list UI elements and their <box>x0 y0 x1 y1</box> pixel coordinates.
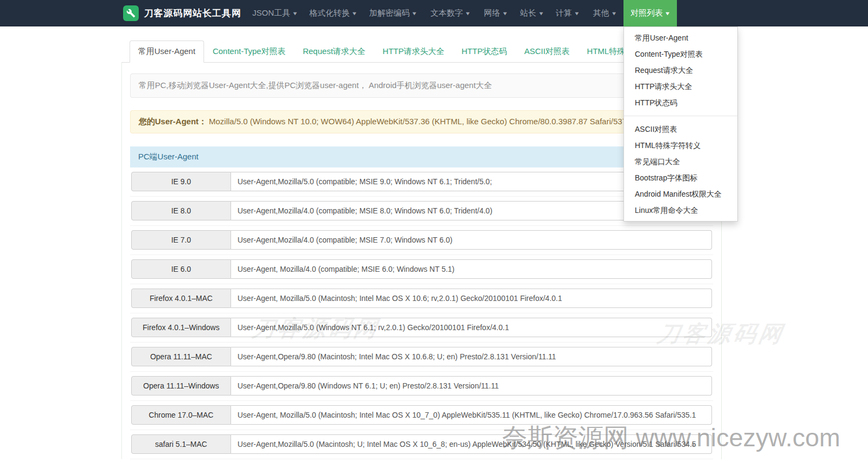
nav-item[interactable]: 文本数字 ▼ <box>424 0 477 26</box>
nav-item-label: JSON工具 <box>253 8 290 18</box>
table-row: Opera 11.11–Windows <box>130 372 713 401</box>
input-group: IE 7.0 <box>131 230 712 250</box>
table-row: Firefox 4.0.1–MAC <box>130 284 713 313</box>
input-group: Chrome 17.0–MAC <box>131 405 712 425</box>
input-group: safari 5.1–MAC <box>131 434 712 454</box>
table-row: Chrome 17.0–MAC <box>130 401 713 430</box>
table-row: IE 6.0 <box>130 255 713 284</box>
chevron-down-icon: ▼ <box>351 11 358 16</box>
dropdown-item[interactable]: Bootstrap字体图标 <box>624 170 737 186</box>
browser-name-label: IE 8.0 <box>131 201 231 220</box>
brand-title: 刀客源码网站长工具网 <box>144 7 241 19</box>
tab[interactable]: Request请求大全 <box>294 41 374 63</box>
user-agent-input[interactable] <box>231 347 712 366</box>
nav-item-label: 对照列表 <box>630 8 663 18</box>
nav-item[interactable]: 对照列表 ▼ <box>623 0 677 26</box>
user-agent-input[interactable] <box>231 230 712 250</box>
chevron-down-icon: ▼ <box>464 11 471 16</box>
nav-item[interactable]: 网络 ▼ <box>477 0 514 26</box>
browser-name-label: Firefox 4.0.1–MAC <box>131 289 231 308</box>
browser-name-label: IE 9.0 <box>131 172 231 191</box>
nav-item-label: 文本数字 <box>431 8 463 18</box>
input-group: Firefox 4.0.1–MAC <box>131 289 712 308</box>
user-agent-input[interactable] <box>231 289 712 308</box>
alert-label: 您的User-Agent： <box>139 117 207 126</box>
user-agent-input[interactable] <box>231 259 712 279</box>
input-group: Opera 11.11–Windows <box>131 376 712 396</box>
chevron-down-icon: ▼ <box>573 11 580 16</box>
dropdown-item[interactable]: Request请求大全 <box>624 62 737 78</box>
wrench-icon <box>123 5 139 21</box>
input-group: Opera 11.11–MAC <box>131 347 712 366</box>
table-row: safari 5.1–MAC <box>130 430 713 459</box>
nav-item-label: 格式化转换 <box>309 8 350 18</box>
browser-name-label: IE 7.0 <box>131 230 231 250</box>
browser-name-label: Firefox 4.0.1–Windows <box>131 318 231 337</box>
nav-item[interactable]: 站长 ▼ <box>514 0 549 26</box>
chevron-down-icon: ▼ <box>291 11 298 16</box>
dropdown-item[interactable]: Content-Type对照表 <box>624 46 737 62</box>
user-agent-input[interactable] <box>231 434 712 454</box>
nav-item-label: 加解密编码 <box>369 8 410 18</box>
alert-value: Mozilla/5.0 (Windows NT 10.0; WOW64) App… <box>209 117 658 126</box>
nav-menu: JSON工具 ▼ 格式化转换 ▼ 加解密编码 ▼ 文本数字 ▼ 网络 ▼ <box>246 0 677 26</box>
user-agent-input[interactable] <box>231 405 712 425</box>
chevron-down-icon: ▼ <box>538 11 544 16</box>
table-row: Firefox 4.0.1–Windows <box>130 313 713 343</box>
nav-item-label: 站长 <box>520 8 537 18</box>
tab[interactable]: ASCII对照表 <box>516 41 578 63</box>
dropdown-item[interactable]: 常用User-Agent <box>624 30 737 46</box>
dropdown-item[interactable]: ASCII对照表 <box>624 121 737 137</box>
nav-item[interactable]: 计算 ▼ <box>549 0 586 26</box>
chevron-down-icon: ▼ <box>501 11 508 16</box>
browser-name-label: Opera 11.11–Windows <box>131 376 231 396</box>
nav-item[interactable]: 其他 ▼ <box>586 0 623 26</box>
dropdown-menu: 常用User-Agent Content-Type对照表 Request请求大全… <box>623 26 738 222</box>
chevron-down-icon: ▼ <box>611 11 617 16</box>
nav-item[interactable]: 格式化转换 ▼ <box>304 0 362 26</box>
input-group: IE 6.0 <box>131 259 712 279</box>
dropdown-item[interactable]: Linux常用命令大全 <box>624 202 737 218</box>
user-agent-input[interactable] <box>231 318 712 337</box>
tab[interactable]: HTTP请求头大全 <box>374 41 453 63</box>
dropdown-item[interactable]: HTML特殊字符转义 <box>624 137 737 153</box>
nav-item[interactable]: JSON工具 ▼ <box>246 0 304 26</box>
dropdown-item[interactable]: HTTP请求头大全 <box>624 78 737 95</box>
browser-name-label: Opera 11.11–MAC <box>131 347 231 366</box>
nav-item[interactable]: 加解密编码 ▼ <box>362 0 424 26</box>
dropdown-item[interactable]: HTTP状态码 <box>624 95 737 111</box>
user-agent-input[interactable] <box>231 376 712 396</box>
browser-name-label: safari 5.1–MAC <box>131 434 231 454</box>
nav-item-label: 计算 <box>556 8 572 18</box>
browser-name-label: IE 6.0 <box>131 259 231 279</box>
nav-item-label: 网络 <box>484 8 500 18</box>
dropdown-item[interactable]: 常见端口大全 <box>624 153 737 170</box>
browser-name-label: Chrome 17.0–MAC <box>131 405 231 425</box>
tab[interactable]: HTTP状态码 <box>453 41 516 63</box>
input-group: Firefox 4.0.1–Windows <box>131 318 712 337</box>
table-row: IE 7.0 <box>130 226 713 255</box>
table-row: Opera 11.11–MAC <box>130 343 713 372</box>
tab[interactable]: Content-Type对照表 <box>204 41 294 63</box>
nav-item-label: 其他 <box>593 8 609 18</box>
chevron-down-icon: ▼ <box>664 11 671 16</box>
dropdown-item[interactable]: Android Manifest权限大全 <box>624 186 737 202</box>
navbar: 刀客源码网站长工具网 JSON工具 ▼ 格式化转换 ▼ 加解密编码 ▼ 文本数字… <box>0 0 868 26</box>
brand[interactable]: 刀客源码网站长工具网 <box>123 0 241 26</box>
chevron-down-icon: ▼ <box>411 11 418 16</box>
tab[interactable]: 常用User-Agent <box>130 41 204 63</box>
dropdown-divider <box>624 116 737 116</box>
